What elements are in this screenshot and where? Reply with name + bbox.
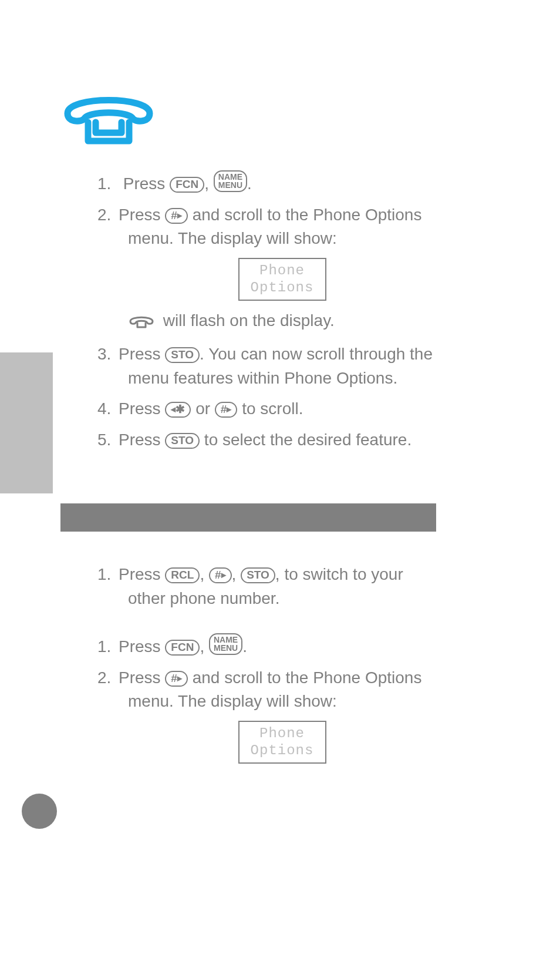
key-star-left: ◂✱ <box>165 402 191 418</box>
key-hash-right: #▸ <box>165 671 188 687</box>
step-text: Press <box>119 565 165 583</box>
page-number-dot <box>22 794 57 829</box>
step-text: , <box>200 565 209 583</box>
step-text: to scroll. <box>237 399 303 418</box>
step-2: 2.Press #▸ and scroll to the Phone Optio… <box>128 666 436 764</box>
step-text: . <box>242 637 247 656</box>
key-sto: STO <box>165 433 200 449</box>
step-number: 1. <box>97 172 119 196</box>
step-text: will flash on the display. <box>158 311 335 330</box>
step-text: , <box>232 565 241 583</box>
step-4: 4.Press ◂✱ or #▸ to scroll. <box>128 397 436 421</box>
phone-handset-icon <box>62 87 156 146</box>
step-text: , <box>200 637 209 656</box>
step-3: 3.Press STO. You can now scroll through … <box>128 342 436 390</box>
section-divider-bar <box>60 503 436 532</box>
key-name-menu: NAMEMENU <box>209 633 242 655</box>
step-text: to select the desired feature. <box>200 431 411 449</box>
step-text: or <box>191 399 214 418</box>
step-number: 3. <box>97 342 119 367</box>
step-text: Press <box>123 174 170 193</box>
step-number: 4. <box>97 397 119 421</box>
step-2-sub: will flash on the display. <box>128 309 436 335</box>
key-name-menu: NAMEMENU <box>214 170 247 192</box>
key-hash-right: #▸ <box>215 402 238 418</box>
step-number: 2. <box>97 666 119 690</box>
display-box: Phone Options <box>238 721 326 764</box>
step-text: Press <box>119 668 165 687</box>
step-text: Press <box>119 637 165 656</box>
side-tab <box>0 352 53 493</box>
key-rcl: RCL <box>165 567 200 583</box>
key-fcn: FCN <box>170 177 204 193</box>
instructions-section-b: 1.Press RCL, #▸, STO, to switch to your … <box>128 563 436 617</box>
instructions-section-c: 1.Press FCN, NAMEMENU. 2.Press #▸ and sc… <box>128 633 436 772</box>
instructions-section-a: 1. Press FCN, NAMEMENU. 2.Press #▸ and s… <box>128 170 436 459</box>
key-hash-right: #▸ <box>165 208 188 224</box>
step-text: , <box>204 174 214 193</box>
step-2: 2.Press #▸ and scroll to the Phone Optio… <box>128 203 436 335</box>
step-text: . <box>247 174 252 193</box>
step-text: Press <box>119 345 165 363</box>
key-hash-right: #▸ <box>209 567 232 583</box>
page: 1. Press FCN, NAMEMENU. 2.Press #▸ and s… <box>0 0 560 961</box>
step-text: Press <box>119 431 165 449</box>
step-5: 5.Press STO to select the desired featur… <box>128 428 436 452</box>
step-text: Press <box>119 399 165 418</box>
step-number: 2. <box>97 203 119 227</box>
key-sto: STO <box>165 347 200 363</box>
step-1: 1.Press RCL, #▸, STO, to switch to your … <box>128 563 436 610</box>
step-number: 1. <box>97 635 119 659</box>
step-number: 5. <box>97 428 119 452</box>
step-text: Press <box>119 206 165 224</box>
key-sto: STO <box>241 567 275 583</box>
step-number: 1. <box>97 563 119 587</box>
step-1: 1.Press FCN, NAMEMENU. <box>128 633 436 659</box>
step-1: 1. Press FCN, NAMEMENU. <box>128 170 436 196</box>
in-use-icon <box>128 311 155 335</box>
display-box: Phone Options <box>238 258 326 301</box>
key-fcn: FCN <box>165 640 200 656</box>
